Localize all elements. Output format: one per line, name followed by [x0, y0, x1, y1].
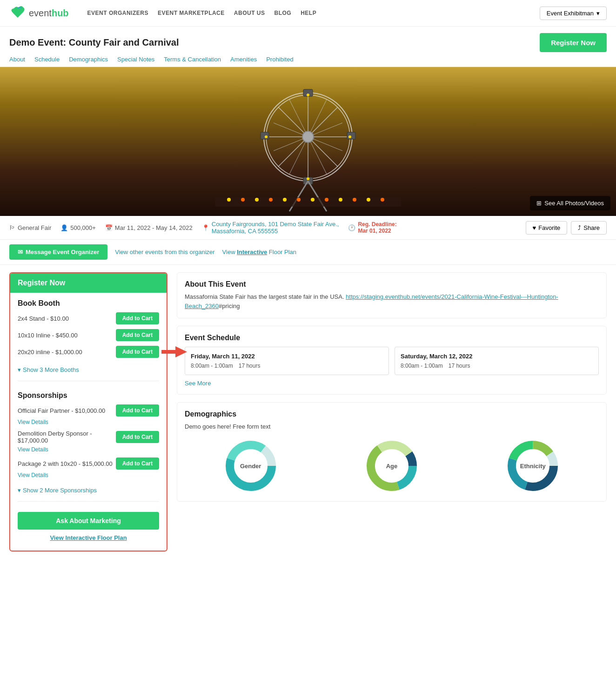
svg-point-25 — [269, 198, 273, 202]
gender-donut: Gender — [223, 438, 279, 494]
nav-about-us[interactable]: ABOUT US — [234, 10, 265, 16]
sponsor-item-3: Package 2 with 10x20 - $15,000.00 Add to… — [18, 457, 159, 478]
schedule-card-1: Friday, March 11, 2022 8:00am - 1:00am 1… — [185, 347, 389, 375]
schedule-time-1: 8:00am - 1:00am 17 hours — [191, 363, 383, 369]
logo-icon — [9, 5, 26, 21]
tab-amenities[interactable]: Amenities — [230, 56, 257, 63]
tab-terms-cancellation[interactable]: Terms & Cancellation — [164, 56, 221, 63]
interactive-floor-plan-link-action[interactable]: View Interactive Floor Plan — [222, 249, 296, 255]
age-donut: Age — [364, 438, 420, 494]
nav-help[interactable]: HELP — [301, 10, 316, 16]
add-to-cart-button-sponsor-2[interactable]: Add to Cart — [116, 431, 159, 443]
sidebar-bottom: Ask About Marketing View Interactive Flo… — [10, 505, 167, 543]
demographics-text: Demo goes here! Free form text — [185, 422, 599, 431]
ethnicity-chart: Ethnicity — [505, 438, 561, 494]
share-icon: ⤴ — [578, 224, 581, 231]
svg-point-31 — [353, 198, 356, 202]
location-icon: 📍 — [202, 224, 209, 231]
location-link[interactable]: County Fairgrounds, 101 Demo State Fair … — [212, 221, 339, 235]
add-to-cart-button-sponsor-1[interactable]: Add to Cart — [116, 404, 159, 417]
svg-point-20 — [265, 135, 268, 138]
svg-point-27 — [297, 198, 301, 202]
svg-point-33 — [381, 198, 384, 202]
sponsorships-section: Sponsorships Official Fair Partner - $10… — [10, 385, 167, 485]
main-layout: Register Now Book Booth 2x4 Stand - $10.… — [0, 265, 616, 559]
see-more-schedule-link[interactable]: See More — [185, 380, 599, 387]
book-booth-title: Book Booth — [18, 299, 159, 308]
booth-item-2: 10x10 Inline - $450.00 Add to Cart — [18, 329, 159, 341]
flag-icon: 🏳 — [9, 224, 15, 231]
chevron-down-icon: ▾ — [596, 10, 600, 17]
svg-point-22 — [227, 198, 231, 202]
tab-schedule[interactable]: Schedule — [34, 56, 60, 63]
svg-rect-14 — [347, 132, 355, 139]
message-organizer-button[interactable]: ✉ Message Event Organizer — [9, 244, 107, 260]
book-booth-section: Book Booth 2x4 Stand - $10.00 Add to Car… — [10, 293, 167, 364]
red-arrow-indicator — [161, 346, 187, 357]
show-more-sponsorships-link[interactable]: ▾ Show 2 More Sponsorships — [10, 485, 167, 497]
age-chart: Age — [364, 438, 420, 494]
register-now-button-top[interactable]: Register Now — [540, 33, 607, 52]
booth-item-3: 20x20 inline - $1,000.00 Add to Cart — [18, 346, 159, 358]
show-more-booths-link[interactable]: ▾ Show 3 More Booths — [10, 364, 167, 377]
favorite-button[interactable]: ♥ Favorite — [526, 221, 568, 235]
nav-blog[interactable]: BLOG — [274, 10, 291, 16]
tab-special-notes[interactable]: Special Notes — [117, 56, 154, 63]
chevron-down-icon-sponsors: ▾ — [18, 487, 21, 494]
heart-icon: ♥ — [533, 224, 536, 231]
page-title: Demo Event: County Fair and Carnival — [9, 37, 179, 48]
svg-point-30 — [339, 198, 342, 202]
meta-attendees: 👤 500,000+ — [60, 224, 96, 231]
ethnicity-donut: Ethnicity — [505, 438, 561, 494]
nav-event-organizers[interactable]: EVENT ORGANIZERS — [87, 10, 148, 16]
meta-deadline: 🕐 Reg. Deadline: Mar 01, 2022 — [348, 221, 396, 234]
main-content: About This Event Massafornia State Fair … — [177, 272, 607, 551]
svg-point-10 — [302, 131, 314, 142]
add-to-cart-button-booth-1[interactable]: Add to Cart — [116, 312, 159, 324]
svg-rect-13 — [261, 132, 269, 139]
tab-demographics[interactable]: Demographics — [69, 56, 108, 63]
logo[interactable]: eventhub — [9, 5, 69, 21]
meta-dates: 📅 Mar 11, 2022 - May 14, 2022 — [105, 224, 193, 231]
ask-marketing-button[interactable]: Ask About Marketing — [18, 512, 159, 530]
meta-location: 📍 County Fairgrounds, 101 Demo State Fai… — [202, 221, 339, 235]
envelope-icon: ✉ — [18, 249, 23, 255]
floor-plan-link-sidebar[interactable]: View Interactive Floor Plan — [18, 534, 159, 541]
see-all-photos-button[interactable]: ⊞ See All Photos/Videos — [530, 196, 610, 210]
share-button[interactable]: ⤴ Share — [571, 221, 607, 235]
svg-point-17 — [307, 94, 309, 96]
user-menu-button[interactable]: Event Exhibitman ▾ — [540, 7, 607, 20]
sidebar-header: Register Now — [10, 273, 167, 293]
top-nav: eventhub EVENT ORGANIZERS EVENT MARKETPL… — [0, 0, 616, 27]
svg-line-16 — [308, 181, 327, 211]
event-meta-bar: 🏳 General Fair 👤 500,000+ 📅 Mar 11, 2022… — [0, 216, 616, 240]
sidebar-divider-1 — [18, 381, 159, 381]
add-to-cart-button-sponsor-3[interactable]: Add to Cart — [116, 457, 159, 470]
chevron-down-icon-booths: ▾ — [18, 366, 21, 373]
svg-marker-34 — [161, 346, 187, 357]
person-icon: 👤 — [60, 224, 68, 231]
svg-line-15 — [289, 181, 308, 211]
view-details-link-sponsor-1[interactable]: View Details — [18, 419, 48, 425]
booth-item-1: 2x4 Stand - $10.00 Add to Cart — [18, 312, 159, 324]
demographics-title: Demographics — [185, 410, 599, 418]
section-tabs: About Schedule Demographics Special Note… — [0, 56, 616, 67]
hero-image: ⊞ See All Photos/Videos — [0, 67, 616, 216]
nav-event-marketplace[interactable]: EVENT MARKETPLACE — [158, 10, 225, 16]
schedule-grid: Friday, March 11, 2022 8:00am - 1:00am 1… — [185, 347, 599, 375]
add-to-cart-button-booth-2[interactable]: Add to Cart — [116, 329, 159, 341]
tab-prohibited[interactable]: Prohibited — [266, 56, 294, 63]
view-details-link-sponsor-2[interactable]: View Details — [18, 446, 48, 453]
grid-icon: ⊞ — [536, 200, 542, 207]
add-to-cart-button-booth-3[interactable]: Add to Cart — [116, 346, 159, 358]
other-events-link[interactable]: View other events from this organizer — [115, 249, 214, 255]
svg-point-32 — [367, 198, 370, 202]
ferris-wheel-svg — [192, 76, 424, 216]
meta-actions: ♥ Favorite ⤴ Share — [526, 221, 607, 235]
view-details-link-sponsor-3[interactable]: View Details — [18, 472, 48, 478]
schedule-title: Event Schedule — [185, 334, 599, 342]
tab-about[interactable]: About — [9, 56, 25, 63]
page-header: Demo Event: County Fair and Carnival Reg… — [0, 27, 616, 56]
action-row: ✉ Message Event Organizer View other eve… — [0, 240, 616, 265]
meta-type: 🏳 General Fair — [9, 224, 51, 231]
